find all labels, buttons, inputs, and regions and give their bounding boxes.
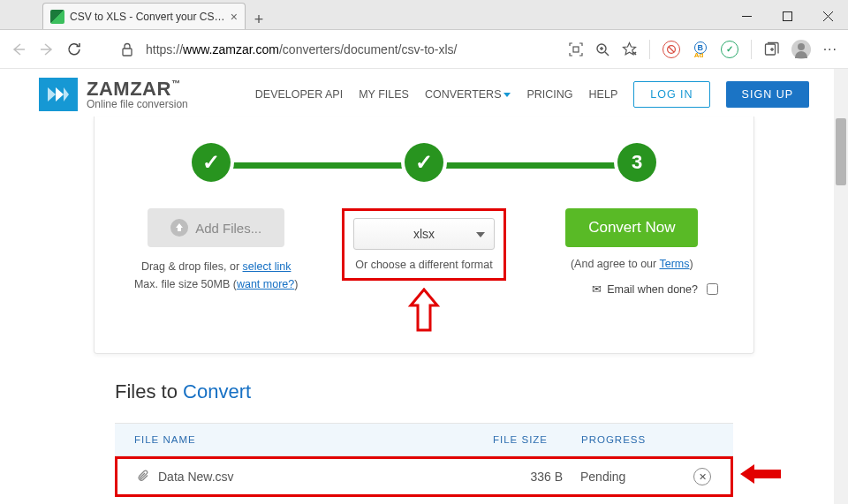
nav-developer-api[interactable]: DEVELOPER API — [255, 88, 343, 101]
ext-icon-green[interactable]: ✓ — [721, 41, 738, 58]
window-minimize-button[interactable] — [726, 3, 767, 29]
annotation-box-format: xlsx Or choose a different format — [342, 208, 506, 281]
files-section: Files to Convert FILE NAME FILE SIZE PRO… — [115, 380, 733, 497]
want-more-link[interactable]: want more? — [237, 278, 294, 290]
zoom-icon[interactable] — [595, 42, 610, 56]
nav-help[interactable]: HELP — [589, 88, 618, 101]
collections-icon[interactable] — [764, 41, 779, 56]
tab-close-icon[interactable]: × — [231, 10, 238, 24]
files-table-header: FILE NAME FILE SIZE PROGRESS — [115, 423, 733, 456]
upload-icon — [170, 219, 188, 237]
login-button[interactable]: LOG IN — [633, 81, 709, 108]
main-nav: DEVELOPER API MY FILES CONVERTERS PRICIN… — [255, 81, 809, 108]
new-tab-button[interactable]: + — [246, 11, 272, 29]
chevron-down-icon — [504, 93, 511, 97]
max-size-text: Max. file size 50MB ( — [134, 278, 237, 290]
tab-title: CSV to XLS - Convert your CSV to — [70, 11, 225, 23]
check-icon: ✓ — [202, 150, 220, 175]
file-name: Data New.csv — [158, 470, 492, 484]
profile-avatar[interactable] — [791, 40, 811, 59]
file-row: Data New.csv 336 B Pending ✕ — [115, 456, 733, 497]
mail-icon: ✉ — [592, 282, 602, 296]
remove-file-button[interactable]: ✕ — [693, 468, 711, 485]
url-path: /converters/document/csv-to-xls/ — [279, 42, 458, 56]
or-choose-text: Or choose a different format — [353, 259, 495, 271]
svg-line-13 — [669, 47, 674, 52]
format-column: xlsx Or choose a different format — [329, 208, 519, 332]
browser-toolbar: https://www.zamzar.com/converters/docume… — [0, 30, 848, 69]
annotation-arrow-up — [329, 288, 519, 332]
svg-rect-4 — [123, 49, 132, 56]
check-icon: ✓ — [415, 150, 433, 175]
convert-column: Convert Now (And agree to our Terms) ✉ E… — [537, 208, 727, 332]
ext-icon-red[interactable] — [662, 41, 680, 58]
lock-icon — [121, 42, 133, 56]
site-logo[interactable]: ZAMZAR™ Online file conversion — [39, 78, 188, 111]
step-2-done: ✓ — [405, 143, 443, 182]
signup-button[interactable]: SIGN UP — [726, 81, 809, 108]
file-size: 336 B — [492, 470, 580, 484]
logo-icon — [39, 78, 78, 111]
attachment-icon — [137, 470, 149, 485]
email-when-done-label: Email when done? — [607, 283, 698, 296]
files-heading: Files to Convert — [115, 380, 733, 403]
scrollbar-thumb[interactable] — [836, 118, 846, 185]
vertical-scrollbar[interactable] — [834, 69, 848, 504]
site-header: ZAMZAR™ Online file conversion DEVELOPER… — [0, 69, 848, 117]
browser-tab[interactable]: CSV to XLS - Convert your CSV to × — [42, 3, 246, 29]
forward-button[interactable] — [39, 41, 55, 57]
col-file-name: FILE NAME — [134, 434, 493, 445]
format-select[interactable]: xlsx — [353, 218, 495, 250]
window-maximize-button[interactable] — [767, 3, 807, 29]
logo-tagline: Online file conversion — [87, 99, 188, 109]
drag-drop-text: Drag & drop files, or — [141, 260, 243, 273]
col-file-size: FILE SIZE — [493, 434, 581, 445]
add-files-button[interactable]: Add Files... — [148, 208, 284, 247]
svg-line-7 — [605, 52, 609, 56]
add-files-label: Add Files... — [195, 221, 261, 236]
url-host: www.zamzar.com — [183, 42, 279, 56]
back-button[interactable] — [11, 41, 26, 57]
select-link[interactable]: select link — [243, 260, 292, 273]
menu-icon[interactable]: ··· — [823, 41, 837, 57]
window-titlebar: CSV to XLS - Convert your CSV to × + — [0, 0, 848, 30]
window-close-button[interactable] — [807, 3, 848, 29]
nav-converters[interactable]: CONVERTERS — [425, 88, 511, 101]
terms-link[interactable]: Terms — [659, 258, 689, 270]
logo-brand: ZAMZAR — [87, 78, 171, 100]
nav-my-files[interactable]: MY FILES — [359, 88, 409, 101]
email-when-done-checkbox[interactable] — [707, 283, 718, 295]
url-scheme: https:// — [146, 42, 183, 56]
add-files-column: Add Files... Drag & drop files, or selec… — [121, 208, 311, 332]
nav-pricing[interactable]: PRICING — [526, 88, 572, 101]
svg-rect-5 — [573, 47, 579, 52]
col-progress: PROGRESS — [581, 434, 714, 445]
annotation-arrow-left — [738, 462, 783, 490]
tab-favicon — [50, 10, 64, 24]
step-3: 3 — [617, 143, 656, 182]
converter-card: ✓ ✓ 3 Add Files... Drag & drop files, or… — [94, 117, 754, 354]
reload-button[interactable] — [67, 41, 82, 56]
favorite-icon[interactable] — [622, 41, 637, 56]
step-1-done: ✓ — [192, 143, 231, 182]
qr-icon[interactable] — [569, 42, 583, 56]
format-selected-value: xlsx — [413, 227, 435, 241]
file-progress: Pending — [580, 470, 693, 484]
convert-now-button[interactable]: Convert Now — [565, 208, 698, 247]
ext-icon-blue[interactable]: BAd — [693, 41, 708, 57]
svg-rect-1 — [783, 11, 791, 20]
step-indicator: ✓ ✓ 3 — [192, 143, 656, 187]
address-bar[interactable]: https://www.zamzar.com/converters/docume… — [146, 42, 556, 56]
